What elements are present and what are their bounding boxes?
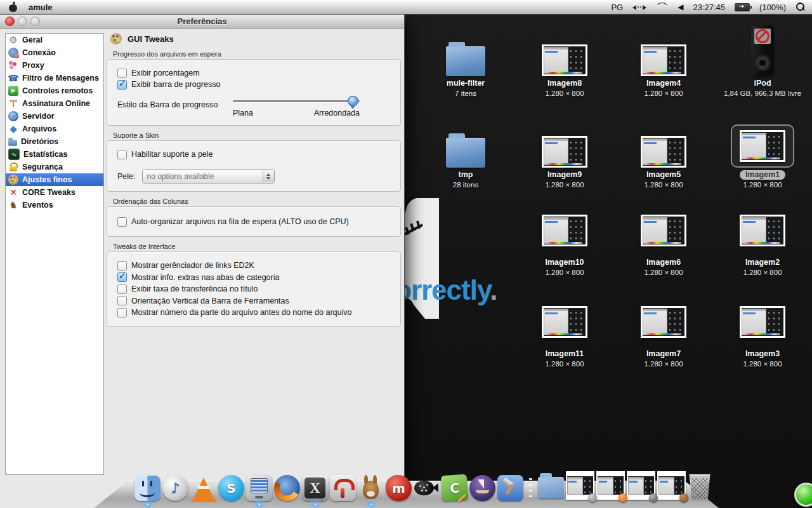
transmission-dock-icon[interactable]	[330, 475, 356, 501]
desktop-icon-imagem3[interactable]: Imagem3 1.280 × 800	[721, 301, 804, 368]
checkbox-vertical-toolbar[interactable]	[117, 296, 127, 305]
screenshot-thumbnail[interactable]	[542, 215, 587, 246]
sidebar-item-geral[interactable]: Geral	[6, 34, 103, 46]
sidebar-item-arquivos[interactable]: Arquivos	[6, 123, 103, 135]
checkbox-enable-skin[interactable]	[117, 150, 127, 159]
airport-wifi-icon[interactable]	[656, 3, 668, 12]
ipod-icon[interactable]	[751, 25, 774, 76]
screenshot-thumbnail[interactable]	[542, 306, 587, 338]
sidebar-item-eventos[interactable]: Eventos	[6, 199, 103, 211]
slider-track[interactable]	[233, 95, 360, 107]
desktop-icon-imagem11[interactable]: Imagem11 1.280 × 800	[523, 301, 606, 368]
miro-dock-icon[interactable]: m	[386, 475, 412, 501]
screenshot-thumbnail[interactable]	[641, 136, 686, 168]
sidebar-item-ajustes-finos[interactable]: Ajustes finos	[6, 173, 103, 186]
battery-icon[interactable]	[735, 3, 750, 11]
sidebar-item-label: Filtro de Mensagens	[22, 74, 99, 83]
input-source-menu[interactable]: PG	[611, 2, 623, 12]
window-titlebar[interactable]: Preferências	[0, 14, 404, 29]
screenshot-thumbnail[interactable]	[641, 44, 686, 76]
desktop-icon-imagem10[interactable]: Imagem10 1.280 × 800	[523, 210, 606, 276]
sidebar-item-filtro-mensagens[interactable]: Filtro de Mensagens	[6, 72, 103, 84]
xchat-dock-icon[interactable]: X	[302, 475, 328, 501]
desktop-icon-imagem5[interactable]: Imagem5 1.280 × 800	[622, 113, 705, 189]
desktop-icon-imagem6[interactable]: Imagem6 1.280 × 800	[622, 210, 705, 276]
xcode-dock-icon[interactable]	[497, 475, 523, 501]
ship-app-dock-icon[interactable]	[469, 475, 495, 501]
sidebar-item-label: Controles remotos	[22, 86, 93, 95]
spotlight-icon[interactable]	[796, 3, 804, 11]
minimized-window-2[interactable]	[596, 471, 625, 500]
close-button[interactable]	[5, 17, 15, 26]
slider-thumb[interactable]	[348, 96, 358, 106]
screenshot-thumbnail[interactable]	[542, 44, 587, 76]
amule-badge-icon	[679, 493, 688, 502]
sidebar-item-servidor[interactable]: Servidor	[6, 110, 103, 123]
desktop-icon-ipod[interactable]: iPod 1,84 GB, 966,3 MB livre	[721, 22, 804, 97]
volume-icon[interactable]: ◀	[678, 2, 683, 12]
app-menu-title[interactable]: amule	[29, 3, 53, 12]
sidebar-item-assinatura-online[interactable]: Assinatura Online	[6, 97, 103, 110]
desktop-icon-imagem4[interactable]: Imagem4 1.280 × 800	[622, 22, 705, 97]
icon-meta: 28 itens	[453, 181, 478, 189]
finder-dock-icon[interactable]	[134, 475, 160, 501]
group-label: Suporte a Skin	[113, 131, 401, 139]
minimize-button[interactable]	[18, 17, 27, 26]
trash-dock-icon[interactable]	[688, 474, 712, 501]
minimized-window-3[interactable]	[627, 471, 655, 500]
checkbox-show-percentage[interactable]	[117, 69, 127, 78]
sync-arrows-icon[interactable]	[632, 4, 646, 10]
stepper-arrows-icon[interactable]	[263, 170, 274, 182]
screenshot-thumbnail[interactable]	[641, 215, 686, 246]
vlc-dock-icon[interactable]	[190, 475, 216, 501]
sidebar-item-conexao[interactable]: Conexão	[6, 46, 103, 59]
bar-style-label: Estilo da Barra de progresso	[117, 95, 218, 109]
donkey-icon	[8, 200, 18, 210]
sidebar-item-seguranca[interactable]: Segurança	[6, 161, 103, 173]
checkbox-part-number-before-name[interactable]	[117, 308, 127, 318]
slider-max-label: Arredondada	[314, 109, 360, 117]
security-padlock-icon	[8, 162, 18, 172]
documents-folder-dock-icon[interactable]	[538, 475, 564, 501]
checkbox-category-tabs-info[interactable]	[117, 272, 127, 282]
desktop-icon-imagem1-selected[interactable]: Imagem1 1.280 × 800	[721, 107, 804, 189]
screenshot-thumbnail[interactable]	[740, 130, 785, 162]
checkbox-rate-in-title[interactable]	[117, 284, 127, 294]
screenshot-thumbnail[interactable]	[740, 306, 785, 338]
battery-percent[interactable]: (100%)	[759, 2, 786, 12]
sidebar-item-proxy[interactable]: Proxy	[6, 59, 103, 72]
screenshot-thumbnail[interactable]	[542, 136, 587, 168]
sidebar-item-core-tweaks[interactable]: CORE Tweaks	[6, 186, 103, 199]
gui-tweaks-palette-icon	[110, 33, 122, 44]
minimized-window-4[interactable]	[657, 471, 686, 500]
sidebar-item-diretorios[interactable]: Diretórios	[6, 135, 103, 148]
pda-sync-dock-icon[interactable]	[246, 475, 272, 501]
desktop-icon-tmp[interactable]: tmp 28 itens	[424, 113, 508, 189]
desktop-icon-imagem9[interactable]: Imagem9 1.280 × 800	[523, 113, 606, 189]
firefox-dock-icon[interactable]	[274, 475, 300, 501]
fugu-dock-icon[interactable]	[414, 475, 440, 501]
bar-style-slider: Plana Arredondada	[233, 95, 360, 117]
desktop-icon-imagem8[interactable]: Imagem8 1.280 × 800	[523, 22, 606, 97]
screenshot-thumbnail[interactable]	[740, 215, 785, 246]
itunes-dock-icon[interactable]: ♪	[162, 475, 188, 501]
sidebar-item-estatisticas[interactable]: Estatísticas	[6, 148, 103, 161]
zoom-button[interactable]	[30, 17, 40, 26]
desktop-icon-imagem7[interactable]: Imagem7 1.280 × 800	[622, 301, 705, 368]
minimized-window-1[interactable]	[566, 471, 594, 500]
folder-icon[interactable]	[446, 46, 485, 76]
green-text-editor-dock-icon[interactable]: C	[441, 474, 469, 502]
amule-dock-icon[interactable]	[358, 475, 384, 501]
screenshot-thumbnail[interactable]	[641, 306, 686, 338]
desktop-icon-imagem2[interactable]: Imagem2 1.280 × 800	[721, 210, 804, 276]
checkbox-show-progressbar[interactable]	[117, 80, 127, 90]
desktop-icon-mule-filter[interactable]: mule-filter 7 itens	[424, 22, 508, 97]
checkbox-ed2k-manager[interactable]	[117, 261, 127, 271]
apple-menu-icon[interactable]	[9, 3, 17, 12]
skin-select[interactable]: no options available	[142, 169, 275, 184]
skype-dock-icon[interactable]: S	[218, 475, 244, 501]
checkbox-auto-sort[interactable]	[117, 217, 127, 227]
menu-clock[interactable]: 23:27:45	[693, 3, 725, 12]
sidebar-item-controles-remotos[interactable]: Controles remotos	[6, 84, 103, 97]
folder-icon[interactable]	[446, 138, 485, 168]
